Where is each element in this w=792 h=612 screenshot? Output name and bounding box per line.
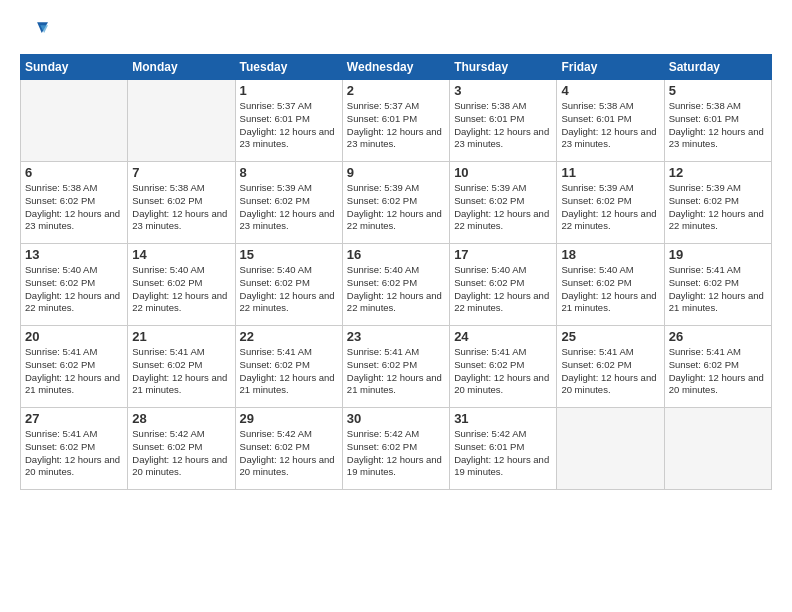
day-info: Sunrise: 5:39 AMSunset: 6:02 PMDaylight:… [454,182,552,233]
day-number: 5 [669,83,767,98]
calendar-cell: 14Sunrise: 5:40 AMSunset: 6:02 PMDayligh… [128,244,235,326]
calendar-cell: 9Sunrise: 5:39 AMSunset: 6:02 PMDaylight… [342,162,449,244]
weekday-header-thursday: Thursday [450,55,557,80]
day-info: Sunrise: 5:38 AMSunset: 6:02 PMDaylight:… [132,182,230,233]
day-number: 10 [454,165,552,180]
calendar-cell: 12Sunrise: 5:39 AMSunset: 6:02 PMDayligh… [664,162,771,244]
calendar-table: SundayMondayTuesdayWednesdayThursdayFrid… [20,54,772,490]
week-row-5: 27Sunrise: 5:41 AMSunset: 6:02 PMDayligh… [21,408,772,490]
day-info: Sunrise: 5:39 AMSunset: 6:02 PMDaylight:… [561,182,659,233]
day-number: 1 [240,83,338,98]
weekday-header-monday: Monday [128,55,235,80]
day-number: 31 [454,411,552,426]
page: SundayMondayTuesdayWednesdayThursdayFrid… [0,0,792,612]
day-number: 23 [347,329,445,344]
calendar-cell [21,80,128,162]
day-info: Sunrise: 5:42 AMSunset: 6:02 PMDaylight:… [240,428,338,479]
day-info: Sunrise: 5:39 AMSunset: 6:02 PMDaylight:… [347,182,445,233]
day-number: 6 [25,165,123,180]
day-info: Sunrise: 5:37 AMSunset: 6:01 PMDaylight:… [347,100,445,151]
calendar-cell: 23Sunrise: 5:41 AMSunset: 6:02 PMDayligh… [342,326,449,408]
calendar-cell: 8Sunrise: 5:39 AMSunset: 6:02 PMDaylight… [235,162,342,244]
day-info: Sunrise: 5:42 AMSunset: 6:01 PMDaylight:… [454,428,552,479]
day-number: 20 [25,329,123,344]
calendar-cell: 13Sunrise: 5:40 AMSunset: 6:02 PMDayligh… [21,244,128,326]
day-number: 30 [347,411,445,426]
logo-icon [20,16,48,44]
day-number: 4 [561,83,659,98]
calendar-cell [664,408,771,490]
day-info: Sunrise: 5:39 AMSunset: 6:02 PMDaylight:… [240,182,338,233]
day-info: Sunrise: 5:38 AMSunset: 6:01 PMDaylight:… [454,100,552,151]
header [20,16,772,44]
calendar-cell: 26Sunrise: 5:41 AMSunset: 6:02 PMDayligh… [664,326,771,408]
day-info: Sunrise: 5:41 AMSunset: 6:02 PMDaylight:… [347,346,445,397]
day-info: Sunrise: 5:41 AMSunset: 6:02 PMDaylight:… [561,346,659,397]
day-number: 8 [240,165,338,180]
day-info: Sunrise: 5:41 AMSunset: 6:02 PMDaylight:… [669,346,767,397]
day-number: 25 [561,329,659,344]
day-number: 27 [25,411,123,426]
day-number: 3 [454,83,552,98]
weekday-header-wednesday: Wednesday [342,55,449,80]
calendar-cell: 22Sunrise: 5:41 AMSunset: 6:02 PMDayligh… [235,326,342,408]
day-info: Sunrise: 5:42 AMSunset: 6:02 PMDaylight:… [132,428,230,479]
day-info: Sunrise: 5:41 AMSunset: 6:02 PMDaylight:… [454,346,552,397]
day-number: 14 [132,247,230,262]
weekday-header-saturday: Saturday [664,55,771,80]
logo [20,16,52,44]
calendar-cell: 7Sunrise: 5:38 AMSunset: 6:02 PMDaylight… [128,162,235,244]
calendar-cell [128,80,235,162]
day-info: Sunrise: 5:41 AMSunset: 6:02 PMDaylight:… [669,264,767,315]
calendar-cell: 30Sunrise: 5:42 AMSunset: 6:02 PMDayligh… [342,408,449,490]
day-info: Sunrise: 5:40 AMSunset: 6:02 PMDaylight:… [240,264,338,315]
calendar-cell: 19Sunrise: 5:41 AMSunset: 6:02 PMDayligh… [664,244,771,326]
week-row-4: 20Sunrise: 5:41 AMSunset: 6:02 PMDayligh… [21,326,772,408]
day-info: Sunrise: 5:41 AMSunset: 6:02 PMDaylight:… [25,346,123,397]
day-number: 17 [454,247,552,262]
weekday-header-tuesday: Tuesday [235,55,342,80]
day-number: 19 [669,247,767,262]
calendar-cell: 16Sunrise: 5:40 AMSunset: 6:02 PMDayligh… [342,244,449,326]
day-number: 12 [669,165,767,180]
day-info: Sunrise: 5:42 AMSunset: 6:02 PMDaylight:… [347,428,445,479]
weekday-header-friday: Friday [557,55,664,80]
calendar-cell: 5Sunrise: 5:38 AMSunset: 6:01 PMDaylight… [664,80,771,162]
weekday-header-sunday: Sunday [21,55,128,80]
calendar-cell: 10Sunrise: 5:39 AMSunset: 6:02 PMDayligh… [450,162,557,244]
day-number: 26 [669,329,767,344]
day-number: 2 [347,83,445,98]
day-number: 15 [240,247,338,262]
calendar-cell: 24Sunrise: 5:41 AMSunset: 6:02 PMDayligh… [450,326,557,408]
day-number: 24 [454,329,552,344]
day-info: Sunrise: 5:40 AMSunset: 6:02 PMDaylight:… [561,264,659,315]
day-number: 22 [240,329,338,344]
day-number: 16 [347,247,445,262]
calendar-cell: 17Sunrise: 5:40 AMSunset: 6:02 PMDayligh… [450,244,557,326]
calendar-cell: 3Sunrise: 5:38 AMSunset: 6:01 PMDaylight… [450,80,557,162]
calendar-cell: 28Sunrise: 5:42 AMSunset: 6:02 PMDayligh… [128,408,235,490]
calendar-cell: 18Sunrise: 5:40 AMSunset: 6:02 PMDayligh… [557,244,664,326]
day-info: Sunrise: 5:38 AMSunset: 6:02 PMDaylight:… [25,182,123,233]
calendar-cell [557,408,664,490]
day-number: 9 [347,165,445,180]
day-info: Sunrise: 5:40 AMSunset: 6:02 PMDaylight:… [454,264,552,315]
day-info: Sunrise: 5:40 AMSunset: 6:02 PMDaylight:… [25,264,123,315]
calendar-cell: 2Sunrise: 5:37 AMSunset: 6:01 PMDaylight… [342,80,449,162]
calendar-cell: 11Sunrise: 5:39 AMSunset: 6:02 PMDayligh… [557,162,664,244]
calendar-cell: 29Sunrise: 5:42 AMSunset: 6:02 PMDayligh… [235,408,342,490]
day-number: 28 [132,411,230,426]
calendar-cell: 15Sunrise: 5:40 AMSunset: 6:02 PMDayligh… [235,244,342,326]
day-info: Sunrise: 5:38 AMSunset: 6:01 PMDaylight:… [669,100,767,151]
day-info: Sunrise: 5:40 AMSunset: 6:02 PMDaylight:… [132,264,230,315]
day-number: 13 [25,247,123,262]
day-number: 18 [561,247,659,262]
day-info: Sunrise: 5:38 AMSunset: 6:01 PMDaylight:… [561,100,659,151]
calendar-cell: 27Sunrise: 5:41 AMSunset: 6:02 PMDayligh… [21,408,128,490]
day-number: 11 [561,165,659,180]
day-number: 21 [132,329,230,344]
day-number: 29 [240,411,338,426]
day-info: Sunrise: 5:41 AMSunset: 6:02 PMDaylight:… [25,428,123,479]
day-info: Sunrise: 5:40 AMSunset: 6:02 PMDaylight:… [347,264,445,315]
week-row-3: 13Sunrise: 5:40 AMSunset: 6:02 PMDayligh… [21,244,772,326]
